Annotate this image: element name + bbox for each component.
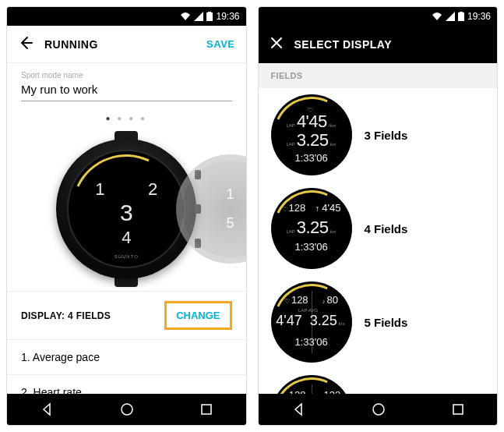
nav-back-icon[interactable] (39, 402, 55, 417)
field-row-1[interactable]: 1. Average pace (7, 340, 246, 375)
option-label: 3 Fields (365, 129, 408, 142)
svg-rect-5 (460, 12, 463, 12)
watch-carousel[interactable]: 1 2 3 4 SUUNTO 1 5 (7, 127, 246, 291)
nav-home-icon[interactable] (119, 402, 135, 417)
close-icon[interactable] (270, 36, 284, 53)
display-option-3-fields[interactable]: ♡ LAP4'45/km LAP3.25km 1:33'06 3 Fields (259, 88, 498, 182)
watchface-partial: ♡128 ♡132 (271, 375, 352, 394)
sport-mode-name-input[interactable]: My run to work (21, 80, 232, 101)
status-time: 19:36 (467, 11, 491, 22)
wifi-icon (180, 12, 191, 21)
display-option-partial[interactable]: ♡128 ♡132 (259, 369, 498, 394)
content: Sport mode name My run to work ● ● ● ● 1… (7, 63, 246, 394)
section-fields: FIELDS (259, 63, 498, 88)
field-row-2[interactable]: 2. Heart rate (7, 375, 246, 394)
battery-icon (206, 12, 213, 21)
watchface-5: ♡128 ♪80 LAP AVG 4'47 3.25km 1:33'06 (271, 282, 352, 363)
back-icon[interactable] (18, 35, 33, 54)
display-option-5-fields[interactable]: ♡128 ♪80 LAP AVG 4'47 3.25km 1:33'06 5 F… (259, 275, 498, 369)
phone-left: 19:36 RUNNING SAVE Sport mode name My ru… (6, 6, 247, 426)
svg-rect-1 (208, 12, 211, 12)
android-navbar (259, 394, 498, 425)
display-type-label: DISPLAY: 4 FIELDS (21, 310, 111, 321)
svg-point-6 (373, 404, 384, 415)
page-dots: ● ● ● ● (7, 106, 246, 127)
nav-recent-icon[interactable] (451, 402, 465, 416)
display-option-4-fields[interactable]: ♡128 ⤒4'45 LAP3.25km 1:33'06 4 Fields (259, 182, 498, 275)
svg-rect-4 (458, 12, 464, 21)
svg-rect-0 (206, 12, 213, 21)
nav-home-icon[interactable] (371, 402, 386, 417)
battery-icon (458, 12, 464, 21)
option-label: 4 Fields (365, 222, 408, 235)
option-label: 5 Fields (365, 316, 408, 329)
wifi-icon (432, 12, 442, 21)
change-button[interactable]: CHANGE (164, 301, 231, 330)
status-bar: 19:36 (259, 7, 498, 26)
header-title: RUNNING (44, 38, 196, 51)
sport-mode-name-label: Sport mode name (21, 71, 232, 80)
signal-icon (194, 12, 203, 21)
watchface-4: ♡128 ⤒4'45 LAP3.25km 1:33'06 (271, 188, 352, 269)
nav-recent-icon[interactable] (199, 402, 213, 416)
android-navbar (7, 394, 246, 425)
signal-icon (446, 12, 455, 21)
nav-back-icon[interactable] (291, 402, 306, 417)
svg-point-2 (122, 404, 132, 415)
header: RUNNING SAVE (7, 26, 246, 63)
save-button[interactable]: SAVE (206, 38, 234, 50)
svg-rect-3 (202, 405, 211, 414)
status-time: 19:36 (216, 11, 239, 22)
watchface-3: ♡ LAP4'45/km LAP3.25km 1:33'06 (271, 94, 352, 175)
svg-rect-7 (453, 405, 463, 414)
header: SELECT DISPLAY (259, 26, 498, 63)
content: FIELDS ♡ LAP4'45/km LAP3.25km 1:33'06 3 … (259, 63, 498, 394)
phone-right: 19:36 SELECT DISPLAY FIELDS ♡ LAP4'45/km… (258, 6, 499, 426)
header-title: SELECT DISPLAY (294, 38, 487, 51)
status-bar: 19:36 (7, 7, 246, 26)
